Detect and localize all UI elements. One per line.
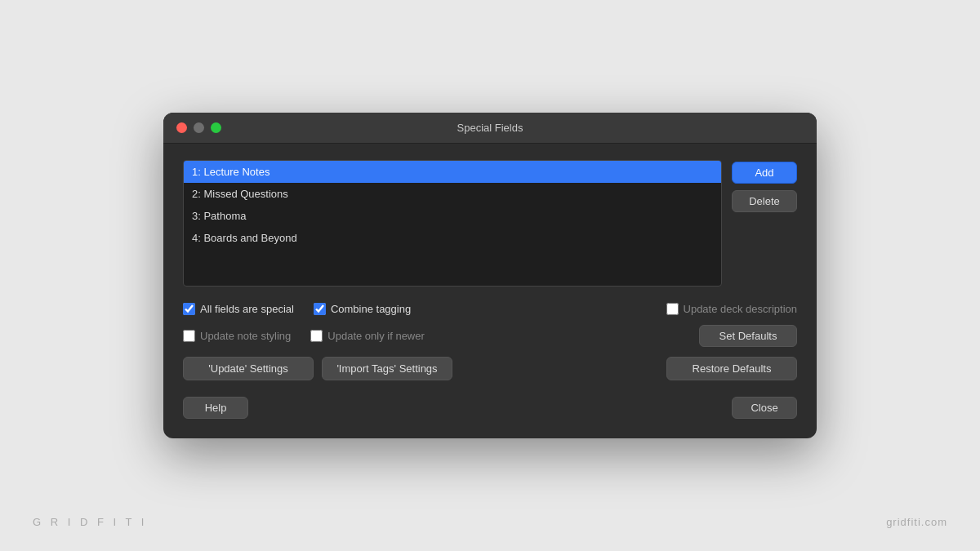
list-item[interactable]: 3: Pathoma	[184, 205, 721, 227]
options-left-1: All fields are special Combine tagging	[183, 303, 647, 315]
watermark-left: G R I D F I T I	[33, 516, 147, 528]
combine-tagging-input[interactable]	[314, 303, 326, 315]
list-actions: Add Delete	[732, 160, 797, 287]
update-only-if-newer-input[interactable]	[310, 330, 323, 342]
import-tags-settings-button[interactable]: 'Import Tags' Settings	[322, 357, 452, 380]
all-fields-special-input[interactable]	[183, 303, 195, 315]
list-item[interactable]: 1: Lecture Notes	[184, 161, 721, 183]
all-fields-special-checkbox[interactable]: All fields are special	[183, 303, 294, 315]
options-right-1: Update deck description	[666, 303, 797, 315]
options-right-2: Set Defaults	[699, 325, 797, 347]
update-settings-button[interactable]: 'Update' Settings	[183, 357, 314, 380]
titlebar: Special Fields	[163, 113, 817, 144]
update-deck-description-checkbox[interactable]: Update deck description	[666, 303, 797, 315]
watermark-right: gridfiti.com	[886, 516, 947, 528]
options-row-1: All fields are special Combine tagging U…	[183, 303, 797, 315]
maximize-window-button[interactable]	[211, 122, 221, 133]
help-button[interactable]: Help	[183, 397, 248, 419]
options-row-2: Update note styling Update only if newer…	[183, 325, 797, 347]
restore-defaults-button[interactable]: Restore Defaults	[666, 357, 797, 380]
main-area: 1: Lecture Notes 2: Missed Questions 3: …	[183, 160, 797, 287]
update-note-styling-checkbox[interactable]: Update note styling	[183, 330, 291, 342]
bottom-row: Help Close	[183, 397, 797, 419]
add-button[interactable]: Add	[732, 162, 797, 184]
list-item[interactable]: 2: Missed Questions	[184, 183, 721, 205]
delete-button[interactable]: Delete	[732, 190, 797, 212]
options-section: All fields are special Combine tagging U…	[183, 303, 797, 347]
actions-row: 'Update' Settings 'Import Tags' Settings…	[183, 357, 797, 380]
close-button[interactable]: Close	[732, 397, 797, 419]
combine-tagging-checkbox[interactable]: Combine tagging	[314, 303, 411, 315]
fields-list[interactable]: 1: Lecture Notes 2: Missed Questions 3: …	[183, 160, 722, 287]
set-defaults-button[interactable]: Set Defaults	[699, 325, 797, 347]
options-left-2: Update note styling Update only if newer	[183, 330, 679, 342]
minimize-window-button[interactable]	[194, 122, 204, 133]
list-item[interactable]: 4: Boards and Beyond	[184, 227, 721, 249]
update-only-if-newer-checkbox[interactable]: Update only if newer	[310, 330, 425, 342]
window-title: Special Fields	[457, 122, 523, 134]
close-window-button[interactable]	[176, 122, 187, 133]
update-deck-description-input[interactable]	[666, 303, 679, 315]
update-note-styling-input[interactable]	[183, 330, 195, 342]
window: Special Fields 1: Lecture Notes 2: Misse…	[163, 113, 817, 438]
window-content: 1: Lecture Notes 2: Missed Questions 3: …	[163, 144, 817, 438]
traffic-lights	[176, 122, 221, 133]
